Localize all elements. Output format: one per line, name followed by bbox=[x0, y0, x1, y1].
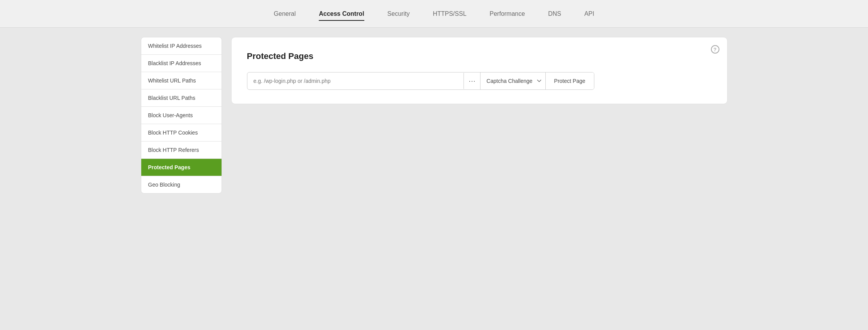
nav-item-performance[interactable]: Performance bbox=[490, 7, 525, 20]
nav-item-api[interactable]: API bbox=[584, 7, 594, 20]
nav-item-access-control[interactable]: Access Control bbox=[319, 7, 364, 21]
sidebar-item-protected-pages[interactable]: Protected Pages bbox=[141, 159, 222, 176]
nav-item-https-ssl[interactable]: HTTPS/SSL bbox=[433, 7, 466, 20]
protect-page-button[interactable]: Protect Page bbox=[545, 72, 594, 89]
nav-item-dns[interactable]: DNS bbox=[548, 7, 561, 20]
sidebar-item-blacklist-url-paths[interactable]: Blacklist URL Paths bbox=[141, 89, 222, 106]
sidebar-item-whitelist-url-paths[interactable]: Whitelist URL Paths bbox=[141, 72, 222, 89]
content-area: Protected Pages ? Captcha ChallengeJS Ch… bbox=[231, 37, 728, 194]
sidebar-item-block-user-agents[interactable]: Block User-Agents bbox=[141, 107, 222, 124]
nav-item-general[interactable]: General bbox=[274, 7, 296, 20]
card-title: Protected Pages bbox=[247, 51, 712, 61]
sidebar-list: Whitelist IP AddressesBlacklist IP Addre… bbox=[141, 37, 222, 194]
sidebar-item-whitelist-ip-addresses[interactable]: Whitelist IP Addresses bbox=[141, 37, 222, 54]
sidebar-item-blacklist-ip-addresses[interactable]: Blacklist IP Addresses bbox=[141, 55, 222, 72]
sidebar: Whitelist IP AddressesBlacklist IP Addre… bbox=[141, 37, 222, 194]
sidebar-item-geo-blocking[interactable]: Geo Blocking bbox=[141, 176, 222, 193]
protected-pages-card: Protected Pages ? Captcha ChallengeJS Ch… bbox=[231, 37, 728, 104]
main-layout: Whitelist IP AddressesBlacklist IP Addre… bbox=[125, 28, 743, 203]
url-input-row: Captcha ChallengeJS ChallengeBlock Prote… bbox=[247, 72, 594, 90]
nav-item-security[interactable]: Security bbox=[387, 7, 410, 20]
help-icon[interactable]: ? bbox=[711, 45, 719, 54]
nav-items-list: GeneralAccess ControlSecurityHTTPS/SSLPe… bbox=[274, 10, 594, 17]
sidebar-item-block-http-cookies[interactable]: Block HTTP Cookies bbox=[141, 124, 222, 141]
dots-icon bbox=[469, 77, 475, 85]
dots-icon-button[interactable] bbox=[464, 73, 480, 89]
challenge-select[interactable]: Captcha ChallengeJS ChallengeBlock bbox=[480, 72, 545, 89]
url-input[interactable] bbox=[247, 72, 464, 89]
sidebar-item-block-http-referers[interactable]: Block HTTP Referers bbox=[141, 141, 222, 158]
top-navigation: GeneralAccess ControlSecurityHTTPS/SSLPe… bbox=[0, 0, 868, 28]
